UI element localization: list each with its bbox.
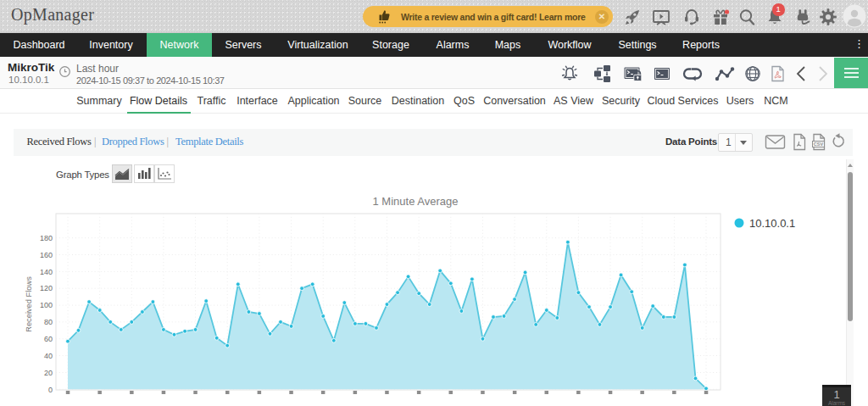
svg-text:20: 20 <box>44 369 53 377</box>
svg-text:180: 180 <box>40 234 53 242</box>
svg-text:CSV: CSV <box>814 142 824 147</box>
svg-text:40: 40 <box>44 352 53 360</box>
svg-text:0: 0 <box>48 386 53 394</box>
svg-text:Received Flows: Received Flows <box>25 276 33 332</box>
svg-text:60: 60 <box>44 335 53 343</box>
svg-text:160: 160 <box>40 251 53 259</box>
svg-text:140: 140 <box>40 268 53 276</box>
svg-text:10.10.0.1: 10.10.0.1 <box>749 217 795 230</box>
svg-text:100: 100 <box>40 301 53 309</box>
svg-text:120: 120 <box>40 284 53 292</box>
svg-text:80: 80 <box>44 318 53 326</box>
svg-text:1 Minute Average: 1 Minute Average <box>373 195 459 208</box>
